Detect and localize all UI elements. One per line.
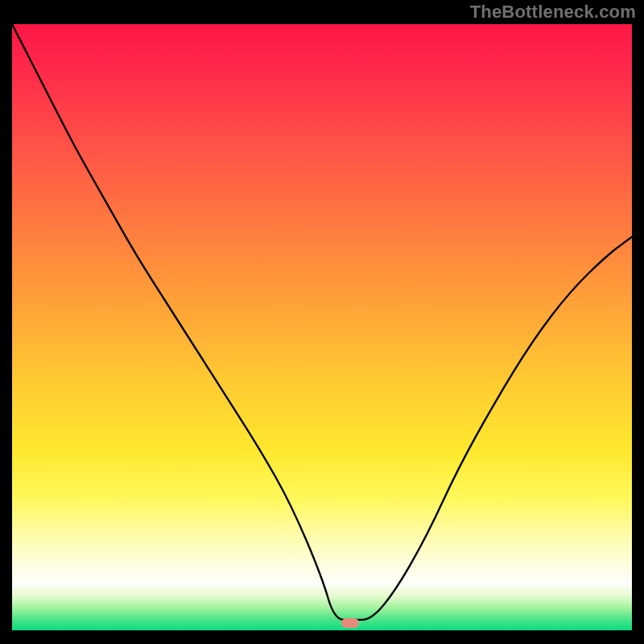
optimum-marker [341,618,359,628]
baseline [12,630,632,632]
plot-area [12,24,632,632]
chart-frame: TheBottleneck.com [0,0,644,644]
bottleneck-curve [12,24,632,632]
watermark-text: TheBottleneck.com [470,2,636,23]
